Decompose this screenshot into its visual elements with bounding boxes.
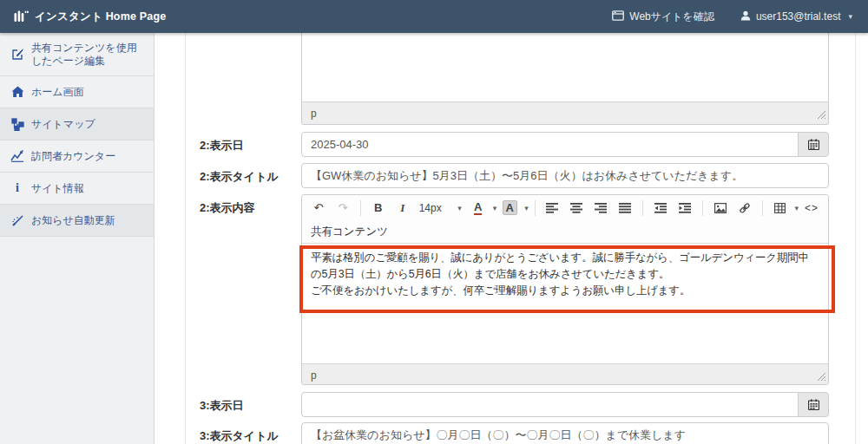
brand-title: インスタント Home Page (35, 10, 167, 24)
home-icon (10, 86, 24, 98)
sidebar-item-label: サイト情報 (31, 182, 84, 195)
check-website-label: Webサイトを確認 (629, 10, 714, 24)
editor2-status-bar: p (302, 363, 828, 385)
outdent-button[interactable] (649, 199, 672, 218)
indent-button[interactable] (674, 199, 696, 218)
insert-image-button[interactable] (709, 199, 732, 218)
sidebar-item-news-auto-update[interactable]: お知らせ自動更新 (0, 205, 154, 237)
toolbar-separator (642, 200, 643, 216)
check-website-link[interactable]: Webサイトを確認 (612, 10, 714, 24)
calendar-icon[interactable] (798, 392, 829, 417)
editor2-toolbar: ↶ ↷ B I 14px ▾ A ▾ A ▾ (302, 195, 828, 220)
chart-icon (10, 150, 24, 162)
user-menu[interactable]: user153@trial.test ▾ (740, 10, 852, 23)
calendar-icon[interactable] (798, 132, 829, 157)
content-panel-right-border (855, 33, 856, 444)
sidebar-nav: 共有コンテンツを使用したページ編集 ホーム画面 サイトマップ (0, 33, 155, 444)
content-panel-left-border (185, 33, 186, 444)
label-3-display-title: 3:表示タイトル (200, 428, 279, 444)
paragraph: 平素は格別のご愛顧を賜り、誠にありがとうございます。誠に勝手ながら、ゴールデンウ… (311, 250, 819, 283)
editor2-content-area[interactable]: 平素は格別のご愛顧を賜り、誠にありがとうございます。誠に勝手ながら、ゴールデンウ… (302, 243, 828, 363)
info-icon: i (10, 181, 24, 195)
font-color-button[interactable]: A (467, 199, 490, 218)
brand-home-link[interactable]: インスタント Home Page (14, 10, 167, 24)
rich-text-editor-2: ↶ ↷ B I 14px ▾ A ▾ A ▾ (301, 194, 829, 385)
undo-button[interactable]: ↶ (307, 199, 330, 218)
sidebar-item-label: お知らせ自動更新 (31, 214, 115, 227)
bold-button[interactable]: B (367, 199, 390, 218)
display-title-2-input[interactable] (301, 163, 829, 188)
insert-link-button[interactable] (733, 199, 756, 218)
sidebar-item-label: ホーム画面 (31, 86, 84, 99)
align-right-button[interactable] (589, 199, 612, 218)
wand-icon (10, 214, 24, 227)
sidebar-item-shared-content-page-edit[interactable]: 共有コンテンツを使用したページ編集 (0, 33, 154, 76)
resize-grip-icon[interactable] (818, 107, 825, 122)
insert-table-button[interactable] (768, 199, 791, 218)
editor1-content-area[interactable] (302, 33, 828, 101)
app-window: インスタント Home Page Webサイトを確認 (0, 0, 868, 444)
label-2-display-content: 2:表示内容 (200, 200, 255, 216)
toolbar-separator (762, 200, 763, 216)
font-size-dropdown[interactable]: 14px ▾ (416, 199, 465, 218)
align-center-button[interactable] (565, 199, 588, 218)
shared-content-button[interactable]: 共有コンテンツ (302, 220, 828, 243)
editor2-text: 平素は格別のご愛顧を賜り、誠にありがとうございます。誠に勝手ながら、ゴールデンウ… (302, 244, 828, 305)
display-date-2-input[interactable] (301, 132, 799, 157)
sidebar-item-sitemap[interactable]: サイトマップ (0, 108, 154, 140)
toolbar-separator (360, 200, 361, 216)
sidebar-item-label: 共有コンテンツを使用したページ編集 (31, 42, 143, 68)
sidebar-item-home[interactable]: ホーム画面 (0, 76, 154, 108)
align-left-button[interactable] (541, 199, 563, 218)
code-view-button[interactable]: <> (800, 199, 823, 218)
display-title-2-field (301, 163, 829, 188)
label-3-display-date: 3:表示日 (200, 398, 244, 414)
display-title-3-field (301, 422, 829, 444)
sidebar-item-visitor-counter[interactable]: 訪問者カウンター (0, 140, 154, 173)
edit-icon (10, 48, 24, 61)
user-email-label: user153@trial.test (756, 10, 841, 23)
resize-grip-icon[interactable] (818, 369, 825, 384)
italic-button[interactable]: I (391, 199, 414, 218)
editor2-element-path: p (311, 369, 317, 382)
redo-button[interactable]: ↷ (332, 199, 354, 218)
user-icon (740, 10, 751, 23)
browser-window-icon (612, 10, 624, 23)
sitemap-icon (10, 118, 24, 131)
background-color-button[interactable]: A (498, 199, 521, 218)
date-input-group-2 (301, 132, 829, 157)
display-date-3-input[interactable] (301, 392, 799, 417)
brand-logo-icon (14, 10, 29, 23)
editor1-status-bar: p (302, 101, 828, 125)
chevron-down-icon[interactable]: ▾ (524, 204, 529, 212)
chevron-down-icon: ▾ (848, 12, 852, 21)
date-input-group-3 (301, 392, 829, 417)
chevron-down-icon[interactable]: ▾ (493, 204, 497, 212)
chevron-down-icon: ▾ (457, 204, 462, 212)
sidebar-item-label: 訪問者カウンター (31, 150, 115, 163)
sidebar-item-site-info[interactable]: i サイト情報 (0, 173, 154, 205)
chevron-down-icon[interactable]: ▾ (794, 204, 799, 212)
label-2-display-date: 2:表示日 (200, 138, 244, 153)
label-2-display-title: 2:表示タイトル (200, 169, 279, 185)
toolbar-separator (535, 200, 536, 216)
paragraph: ご不便をおかけいたしますが、何卒ご理解賜りますようお願い申し上げます。 (311, 283, 819, 299)
sidebar-item-label: サイトマップ (31, 118, 95, 131)
rich-text-editor-1: p (301, 33, 829, 125)
top-navbar: インスタント Home Page Webサイトを確認 (0, 0, 868, 33)
display-title-3-input[interactable] (301, 422, 829, 444)
toolbar-separator (702, 200, 703, 216)
font-size-value: 14px (419, 202, 442, 214)
editor1-element-path: p (311, 108, 317, 120)
align-justify-button[interactable] (614, 199, 636, 218)
